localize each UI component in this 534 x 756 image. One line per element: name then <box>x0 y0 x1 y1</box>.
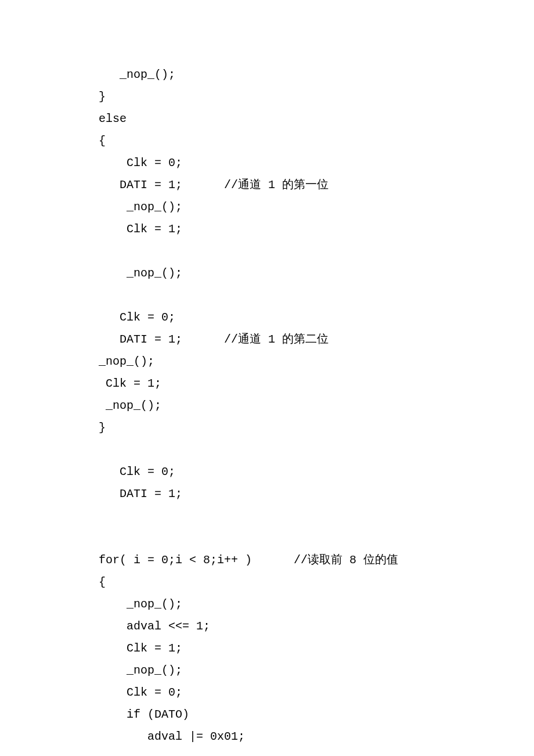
code-line: _nop_(); <box>99 262 534 285</box>
code-line: _nop_(); <box>99 351 534 373</box>
code-line <box>99 285 534 307</box>
code-line: DATI = 1; //通道 1 的第一位 <box>99 174 534 196</box>
code-line <box>99 439 534 461</box>
code-line: Clk = 1; <box>99 638 534 660</box>
code-line: Clk = 0; <box>99 152 534 174</box>
code-line <box>99 527 534 549</box>
code-line <box>99 240 534 262</box>
code-line: Clk = 1; <box>99 373 534 395</box>
code-line: Clk = 0; <box>99 682 534 704</box>
code-line: } <box>99 417 534 439</box>
code-line: adval <<= 1; <box>99 615 534 638</box>
code-line: { <box>99 571 534 593</box>
code-line: for( i = 0;i < 8;i++ ) //读取前 8 位的值 <box>99 549 534 571</box>
code-line: DATI = 1; <box>99 483 534 505</box>
document-page: _nop_();}else{ Clk = 0; DATI = 1; //通道 1… <box>0 0 534 756</box>
code-line: _nop_(); <box>99 660 534 682</box>
code-line: _nop_(); <box>99 64 534 86</box>
code-line: else <box>99 108 534 130</box>
code-line: } <box>99 86 534 108</box>
code-line: if (DATO) <box>99 704 534 726</box>
code-line: _nop_(); <box>99 395 534 417</box>
code-line: Clk = 0; <box>99 461 534 483</box>
code-line: Clk = 0; <box>99 307 534 329</box>
code-line: Clk = 1; <box>99 218 534 240</box>
code-line: DATI = 1; //通道 1 的第二位 <box>99 329 534 351</box>
code-line: { <box>99 130 534 152</box>
code-block: _nop_();}else{ Clk = 0; DATI = 1; //通道 1… <box>99 64 534 748</box>
code-line: _nop_(); <box>99 196 534 218</box>
code-line <box>99 505 534 527</box>
code-line: adval |= 0x01; <box>99 726 534 748</box>
code-line: _nop_(); <box>99 593 534 615</box>
